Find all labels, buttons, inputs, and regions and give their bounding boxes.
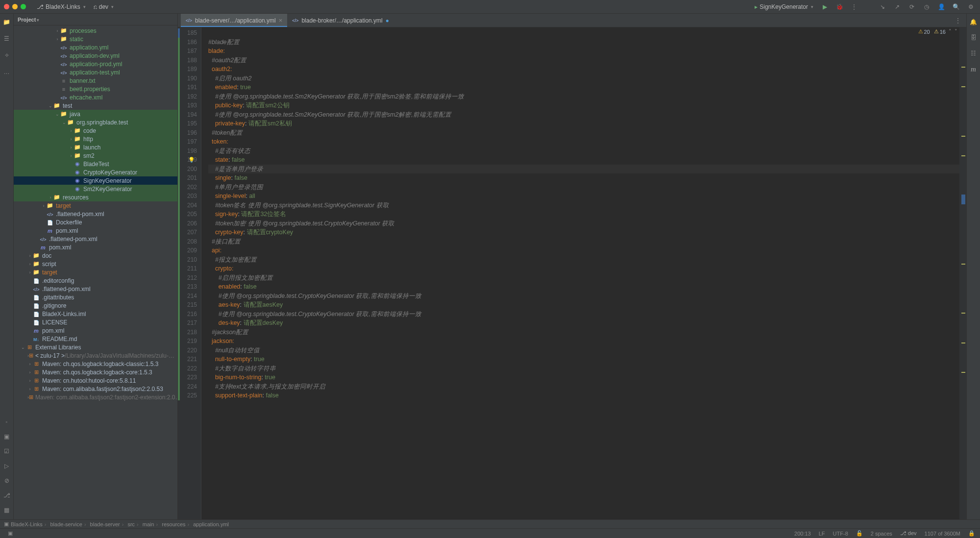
tree-arrow-icon[interactable]: › [69, 153, 74, 158]
code-line[interactable]: #单用户登录范围 [208, 183, 959, 192]
line-number[interactable]: 203 [178, 192, 201, 201]
tree-item[interactable]: LICENSE [14, 318, 177, 326]
line-number[interactable]: 200 [178, 165, 201, 174]
code-line[interactable]: #jackson配置 [208, 328, 959, 337]
tree-arrow-icon[interactable]: › [27, 262, 32, 267]
line-number[interactable]: 211 [178, 264, 201, 273]
close-window-button[interactable] [4, 4, 9, 9]
tree-item[interactable]: banner.txt [14, 76, 177, 85]
error-stripe[interactable] [959, 27, 966, 519]
intention-bulb-icon[interactable]: 💡 [188, 155, 195, 165]
tree-item[interactable]: ›📁static [14, 35, 177, 43]
tree-arrow-icon[interactable]: › [48, 195, 53, 200]
caret-position[interactable]: 200:13 [794, 531, 811, 537]
line-number[interactable]: 193 [178, 101, 201, 110]
code-line[interactable]: #oauth2配置 [208, 56, 959, 65]
tree-item[interactable]: ›⊞Maven: ch.qos.logback:logback-classic:… [14, 360, 177, 368]
breadcrumb-segment[interactable]: application.yml [186, 521, 229, 527]
line-number[interactable]: 186 [178, 38, 201, 47]
line-number[interactable]: 217 [178, 318, 201, 328]
tree-item[interactable]: ›📁script [14, 260, 177, 268]
run-config-selector[interactable]: ▸ SignKeyGenerator [753, 2, 815, 11]
tree-item[interactable]: pom.xml [14, 226, 177, 235]
line-number[interactable]: 198 [178, 147, 201, 156]
line-number[interactable]: 188 [178, 56, 201, 65]
code-line[interactable]: #使用 @org.springblade.test.CryptoKeyGener… [208, 292, 959, 301]
tree-item[interactable]: ›📁code [14, 126, 177, 135]
line-number[interactable]: 194 [178, 110, 201, 120]
inspection-hints[interactable]: ⚠ 20 ⚠ 16 ˄ ˅ [918, 28, 958, 35]
tree-item[interactable]: ›📁target [14, 201, 177, 210]
line-number-gutter[interactable]: 1851861871881891901911921931941951961971… [178, 27, 201, 519]
code-line[interactable]: #使用 @org.springblade.test.Sm2KeyGenerato… [208, 92, 959, 101]
tree-item[interactable]: ⌄📁java [14, 110, 177, 118]
code-line[interactable]: #启用报文加密配置 [208, 273, 959, 283]
code-line[interactable]: token: [208, 137, 959, 147]
line-number[interactable]: 189 [178, 65, 201, 74]
line-number[interactable]: 196 [178, 128, 201, 138]
tasks-icon[interactable]: ☷ [968, 48, 979, 59]
tree-item[interactable]: application-dev.yml [14, 51, 177, 60]
database-icon[interactable]: 🗄 [968, 32, 979, 43]
code-line[interactable]: null-to-empty: true [208, 355, 959, 364]
editor-tab[interactable]: </>blade-server/…/application.yml× [181, 14, 287, 27]
commit-tool-icon[interactable]: ◦ [1, 416, 12, 427]
code-line[interactable]: api: [208, 246, 959, 255]
editor-tab[interactable]: </>blade-broker/…/application.yml● [287, 14, 394, 27]
tab-close-icon[interactable]: × [279, 17, 283, 24]
tree-item[interactable]: application-test.yml [14, 68, 177, 76]
tree-item[interactable]: application.yml [14, 43, 177, 51]
code-line[interactable]: crypto: [208, 264, 959, 273]
run-button[interactable]: ▶ [819, 1, 830, 12]
code-line[interactable]: #大数字自动转字符串 [208, 364, 959, 373]
tree-item[interactable]: ›⊞< zulu-17 > /Library/Java/JavaVirtualM… [14, 351, 177, 360]
tree-arrow-icon[interactable]: ⌄ [55, 112, 60, 117]
notifications-icon[interactable]: 🔔 [968, 17, 979, 27]
indent-label[interactable]: 2 spaces [871, 531, 892, 537]
tree-item[interactable]: ⌄⊞External Libraries [14, 343, 177, 351]
todo-tool-icon[interactable]: ☑ [1, 446, 12, 457]
tree-item[interactable]: SignKeyGenerator [14, 176, 177, 185]
line-number[interactable]: 205 [178, 210, 201, 219]
breadcrumb-segment[interactable]: ▣ BladeX-Links [4, 521, 43, 527]
code-line[interactable]: private-key: 请配置sm2私钥 [208, 119, 959, 128]
tree-arrow-icon[interactable]: › [27, 378, 32, 383]
tree-item[interactable]: ›⊞Maven: cn.hutool:hutool-core:5.8.11 [14, 376, 177, 385]
tree-item[interactable]: .gitignore [14, 301, 177, 310]
line-number[interactable]: 192 [178, 92, 201, 101]
maven-icon[interactable]: m [968, 64, 979, 74]
tree-item[interactable]: pom.xml [14, 243, 177, 251]
tree-item[interactable]: ›📁doc [14, 251, 177, 260]
code-line[interactable]: oauth2: [208, 65, 959, 74]
code-with-me-icon[interactable]: ↘ [877, 1, 888, 12]
code-body[interactable]: #blade配置blade: #oauth2配置 oauth2: #启用 oau… [201, 27, 959, 519]
tree-item[interactable]: ›📁resources [14, 193, 177, 201]
tree-item[interactable]: Sm2KeyGenerator [14, 185, 177, 193]
code-line[interactable]: single-level: all [208, 192, 959, 201]
tree-item[interactable]: BladeX-Links.iml [14, 310, 177, 318]
line-separator[interactable]: LF [819, 531, 825, 537]
tree-arrow-icon[interactable]: › [69, 145, 74, 150]
line-number[interactable]: 218 [178, 328, 201, 337]
code-line[interactable]: enabled: false [208, 282, 959, 292]
search-icon[interactable]: 🔍 [951, 1, 961, 12]
tree-item[interactable]: ⌄📁test [14, 101, 177, 110]
tree-item[interactable]: CryptoKeyGenerator [14, 168, 177, 176]
tree-arrow-icon[interactable]: › [27, 387, 32, 391]
tree-arrow-icon[interactable]: › [55, 37, 60, 42]
git-tool-icon[interactable]: ⎇ [1, 490, 12, 501]
status-padlock-icon[interactable]: 🔒 [968, 530, 975, 537]
code-line[interactable]: public-key: 请配置sm2公钥 [208, 101, 959, 110]
code-line[interactable]: #使用 @org.springblade.test.CryptoKeyGener… [208, 310, 959, 319]
code-line[interactable]: #接口配置 [208, 237, 959, 246]
file-encoding[interactable]: UTF-8 [833, 531, 848, 537]
tree-item[interactable]: ›📁processes [14, 26, 177, 35]
code-line[interactable]: blade: [208, 47, 959, 56]
project-tree[interactable]: ›📁processes›📁staticapplication.ymlapplic… [14, 25, 177, 519]
line-number[interactable]: 204 [178, 201, 201, 210]
code-line[interactable]: #null自动转空值 [208, 346, 959, 355]
tree-item[interactable]: ›📁sm2 [14, 151, 177, 160]
account-icon[interactable]: 👤 [936, 1, 947, 12]
open-icon[interactable]: ↗ [892, 1, 903, 12]
line-number[interactable]: 197 [178, 137, 201, 147]
